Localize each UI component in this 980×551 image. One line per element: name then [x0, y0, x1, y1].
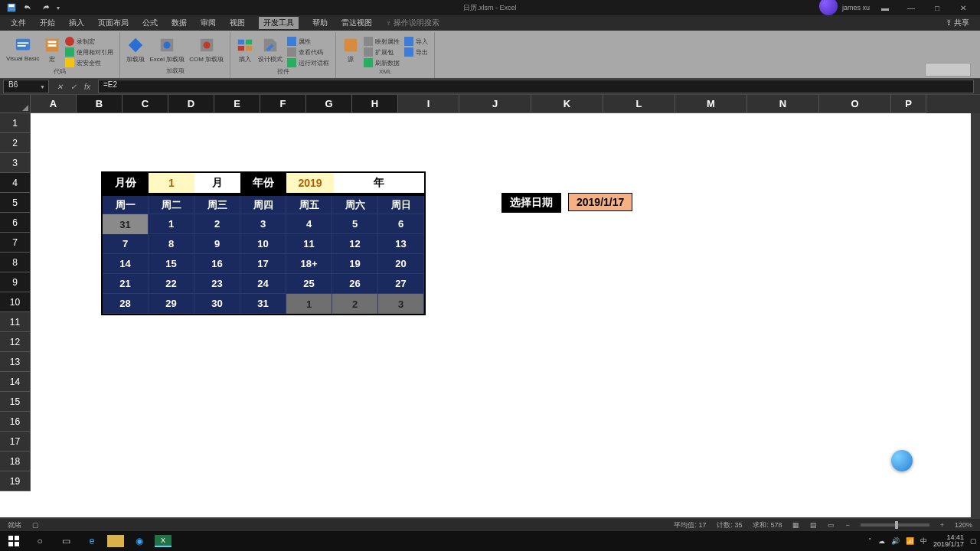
tray-icon[interactable]: 📶 — [906, 537, 914, 545]
calendar-day[interactable]: 17 — [240, 254, 286, 274]
worksheet-grid[interactable]: A B C D E F G H I J K L M N O P 12345678… — [0, 95, 980, 528]
calendar-day[interactable]: 4 — [286, 214, 332, 234]
visual-basic-button[interactable]: Visual Basic — [6, 37, 39, 62]
qat-more-icon[interactable]: ▾ — [57, 5, 60, 11]
calendar-day[interactable]: 24 — [240, 274, 286, 294]
enter-formula-icon[interactable]: ✓ — [67, 80, 80, 93]
calendar-day[interactable]: 27 — [378, 274, 424, 294]
calendar-day[interactable]: 26 — [332, 274, 378, 294]
select-all-corner[interactable] — [0, 95, 31, 113]
view-layout-icon[interactable]: ▤ — [810, 521, 817, 529]
col-header[interactable]: H — [352, 95, 398, 113]
col-header[interactable]: N — [747, 95, 819, 113]
row-header[interactable]: 2 — [0, 133, 31, 153]
calendar-day[interactable]: 12 — [332, 234, 378, 254]
year-value[interactable]: 2019 — [286, 173, 334, 193]
row-header[interactable]: 17 — [0, 432, 31, 452]
properties-button[interactable]: 属性 — [287, 37, 329, 46]
calendar-day[interactable]: 3 — [378, 294, 424, 314]
ribbon-options-icon[interactable]: ▬ — [874, 2, 896, 14]
refresh-button[interactable]: 刷新数据 — [364, 58, 400, 67]
calendar-day[interactable]: 1 — [149, 214, 194, 234]
col-header[interactable]: C — [122, 95, 168, 113]
cancel-formula-icon[interactable]: ✕ — [54, 80, 66, 93]
row-header[interactable]: 9 — [0, 272, 31, 292]
save-icon[interactable] — [6, 2, 17, 13]
name-box[interactable]: B6▼ — [3, 80, 49, 93]
minimize-icon[interactable]: — — [900, 2, 922, 14]
col-header[interactable]: A — [31, 95, 77, 113]
calendar-day[interactable]: 2 — [332, 294, 378, 314]
row-header[interactable]: 14 — [0, 372, 31, 392]
row-header[interactable]: 5 — [0, 193, 31, 213]
calendar-day[interactable]: 22 — [149, 274, 194, 294]
share-button[interactable]: ⇪ 共享 — [946, 18, 969, 28]
calendar-day[interactable]: 30 — [194, 294, 240, 314]
ime-icon[interactable]: 中 — [920, 536, 927, 546]
chevron-down-icon[interactable]: ▼ — [40, 84, 45, 90]
browser-icon[interactable]: ◉ — [129, 533, 150, 549]
zoom-in-icon[interactable]: + — [940, 521, 944, 529]
row-header[interactable]: 4 — [0, 173, 31, 193]
row-header[interactable]: 1 — [0, 113, 31, 133]
col-header[interactable]: D — [168, 95, 214, 113]
calendar-day[interactable]: 28 — [103, 294, 149, 314]
calendar-day[interactable]: 31 — [240, 294, 286, 314]
col-header[interactable]: B — [77, 95, 122, 113]
user-avatar[interactable] — [819, 0, 838, 15]
view-code-button[interactable]: 查看代码 — [287, 47, 329, 57]
tab-developer[interactable]: 开发工具 — [259, 17, 299, 29]
col-header[interactable]: F — [260, 95, 306, 113]
calendar-day[interactable]: 23 — [194, 274, 240, 294]
row-header[interactable]: 15 — [0, 392, 31, 412]
explorer-icon[interactable] — [107, 535, 124, 547]
user-name[interactable]: james xu — [842, 4, 870, 11]
col-header[interactable]: L — [603, 95, 675, 113]
calendar-day[interactable]: 10 — [240, 234, 286, 254]
col-header[interactable]: G — [306, 95, 352, 113]
col-header[interactable]: O — [819, 95, 891, 113]
start-icon[interactable] — [3, 533, 24, 549]
tray-up-icon[interactable]: ˄ — [868, 537, 872, 545]
row-header[interactable]: 6 — [0, 213, 31, 233]
row-header[interactable]: 8 — [0, 253, 31, 272]
insert-control-button[interactable]: 插入 — [237, 37, 253, 64]
addins-button[interactable]: 加载项 — [126, 37, 145, 64]
expansion-button[interactable]: 扩展包 — [364, 47, 400, 57]
col-header[interactable]: I — [398, 95, 459, 113]
row-header[interactable]: 16 — [0, 412, 31, 432]
sheet-canvas[interactable]: 月份 1 月 年份 2019 年 周一周二周三周四周五周六周日 31123456… — [31, 113, 971, 528]
calendar-day[interactable]: 29 — [149, 294, 194, 314]
calendar-day[interactable]: 9 — [194, 234, 240, 254]
row-header[interactable]: 11 — [0, 312, 31, 332]
tab-tellme[interactable]: ♀ 操作说明搜索 — [386, 18, 439, 28]
macro-record-icon[interactable]: ▢ — [32, 521, 39, 529]
calendar-day[interactable]: 5 — [332, 214, 378, 234]
map-props-button[interactable]: 映射属性 — [364, 37, 400, 46]
excel-icon[interactable]: X — [155, 535, 172, 547]
notifications-icon[interactable]: ▢ — [970, 537, 977, 545]
calendar-day[interactable]: 3 — [240, 214, 286, 234]
calendar-day[interactable]: 6 — [378, 214, 424, 234]
calendar-day[interactable]: 16 — [194, 254, 240, 274]
row-header[interactable]: 18 — [0, 452, 31, 471]
redo-icon[interactable] — [40, 2, 51, 13]
record-macro-button[interactable]: 录制宏 — [65, 37, 113, 46]
row-header[interactable]: 10 — [0, 292, 31, 312]
zoom-slider[interactable] — [861, 523, 929, 527]
calendar-day[interactable]: 18+ — [286, 254, 332, 274]
month-value[interactable]: 1 — [149, 173, 194, 193]
calendar-day[interactable]: 13 — [378, 234, 424, 254]
undo-icon[interactable] — [23, 2, 34, 13]
col-header[interactable]: J — [459, 95, 531, 113]
tab-help[interactable]: 帮助 — [312, 18, 328, 28]
view-normal-icon[interactable]: ▦ — [792, 521, 799, 529]
maximize-icon[interactable]: □ — [926, 2, 948, 14]
tab-radar[interactable]: 雷达视图 — [341, 18, 372, 28]
tab-data[interactable]: 数据 — [172, 18, 187, 28]
xml-source-button[interactable]: 源 — [342, 37, 359, 64]
tab-formulas[interactable]: 公式 — [142, 18, 158, 28]
tab-insert[interactable]: 插入 — [69, 18, 84, 28]
calendar-day[interactable]: 7 — [103, 234, 149, 254]
calendar-day[interactable]: 11 — [286, 234, 332, 254]
